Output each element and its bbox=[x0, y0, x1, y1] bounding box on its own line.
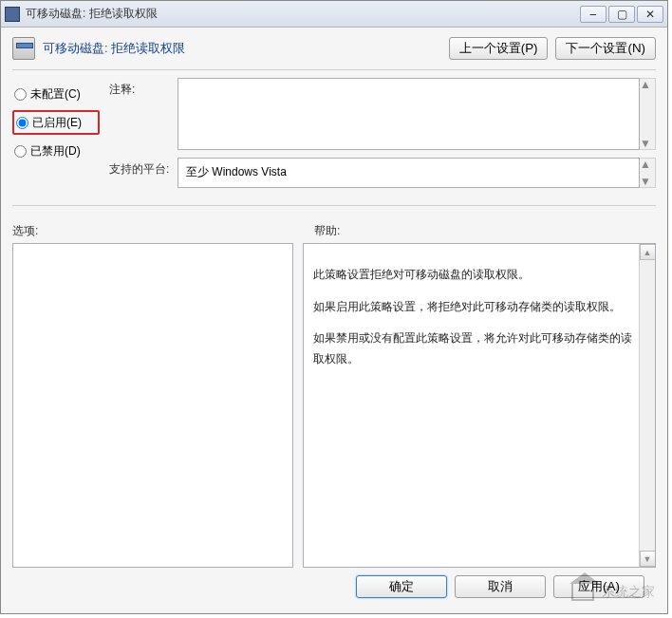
titlebar[interactable]: 可移动磁盘: 拒绝读取权限 ‒ ▢ ✕ bbox=[1, 1, 667, 28]
scroll-up-icon[interactable]: ▲ bbox=[640, 244, 656, 260]
scroll-down-icon: ▼ bbox=[640, 176, 651, 187]
app-icon bbox=[5, 7, 20, 22]
fields-column: 注释: ▲ ▼ 支持的平台: 至少 Windows Vista bbox=[109, 78, 656, 196]
comment-scrollbar[interactable]: ▲ ▼ bbox=[640, 78, 656, 150]
radio-enabled[interactable]: 已启用(E) bbox=[12, 110, 100, 135]
scroll-up-icon: ▲ bbox=[640, 79, 651, 90]
header-row: 可移动磁盘: 拒绝读取权限 上一个设置(P) 下一个设置(N) bbox=[12, 37, 656, 60]
help-scrollbar[interactable]: ▲ ▼ bbox=[639, 244, 655, 567]
ok-button[interactable]: 确定 bbox=[356, 575, 447, 598]
config-row: 未配置(C) 已启用(E) 已禁用(D) 注释: ▲ bbox=[12, 78, 656, 196]
panels-row: 此策略设置拒绝对可移动磁盘的读取权限。 如果启用此策略设置，将拒绝对此可移动存储… bbox=[12, 243, 656, 568]
help-paragraph: 如果禁用或没有配置此策略设置，将允许对此可移动存储类的读取权限。 bbox=[313, 328, 638, 369]
radio-not-configured[interactable]: 未配置(C) bbox=[12, 82, 100, 106]
radio-disabled[interactable]: 已禁用(D) bbox=[12, 139, 100, 163]
separator bbox=[12, 69, 656, 70]
separator-2 bbox=[12, 205, 656, 206]
content-area: 可移动磁盘: 拒绝读取权限 上一个设置(P) 下一个设置(N) 未配置(C) 已… bbox=[1, 28, 667, 613]
cancel-button[interactable]: 取消 bbox=[455, 575, 546, 598]
radio-disabled-input[interactable] bbox=[14, 145, 27, 158]
apply-button[interactable]: 应用(A) bbox=[553, 575, 644, 598]
radio-enabled-label: 已启用(E) bbox=[32, 115, 82, 131]
scroll-down-icon: ▼ bbox=[640, 138, 651, 149]
window-title: 可移动磁盘: 拒绝读取权限 bbox=[26, 6, 578, 22]
removable-disk-icon bbox=[12, 37, 35, 60]
minimize-button[interactable]: ‒ bbox=[580, 6, 607, 23]
close-button[interactable]: ✕ bbox=[637, 6, 663, 23]
help-text: 此策略设置拒绝对可移动磁盘的读取权限。 如果启用此策略设置，将拒绝对此可移动存储… bbox=[304, 244, 655, 567]
supported-platform-box: 至少 Windows Vista bbox=[177, 158, 640, 188]
radio-disabled-label: 已禁用(D) bbox=[30, 143, 81, 159]
panel-labels: 选项: 帮助: bbox=[12, 223, 656, 239]
next-setting-button[interactable]: 下一个设置(N) bbox=[555, 37, 656, 60]
radio-enabled-input[interactable] bbox=[16, 117, 28, 129]
options-label: 选项: bbox=[12, 223, 303, 239]
scroll-down-icon[interactable]: ▼ bbox=[640, 551, 656, 567]
comment-label: 注释: bbox=[109, 78, 177, 150]
help-paragraph: 此策略设置拒绝对可移动磁盘的读取权限。 bbox=[313, 265, 638, 286]
platform-label: 支持的平台: bbox=[109, 158, 177, 188]
radio-not-configured-input[interactable] bbox=[14, 88, 27, 101]
scroll-up-icon: ▲ bbox=[640, 159, 651, 170]
state-radio-group: 未配置(C) 已启用(E) 已禁用(D) bbox=[12, 78, 100, 196]
dialog-footer: 确定 取消 应用(A) bbox=[12, 568, 656, 606]
policy-editor-window: 可移动磁盘: 拒绝读取权限 ‒ ▢ ✕ 可移动磁盘: 拒绝读取权限 上一个设置(… bbox=[0, 0, 668, 614]
help-paragraph: 如果启用此策略设置，将拒绝对此可移动存储类的读取权限。 bbox=[313, 297, 638, 318]
help-panel: 此策略设置拒绝对可移动磁盘的读取权限。 如果启用此策略设置，将拒绝对此可移动存储… bbox=[303, 243, 656, 568]
comment-textarea[interactable] bbox=[177, 78, 640, 150]
options-panel bbox=[12, 243, 293, 568]
supported-platform-value: 至少 Windows Vista bbox=[186, 165, 287, 178]
radio-not-configured-label: 未配置(C) bbox=[30, 86, 81, 103]
policy-title: 可移动磁盘: 拒绝读取权限 bbox=[43, 40, 449, 57]
previous-setting-button[interactable]: 上一个设置(P) bbox=[449, 37, 549, 60]
help-label: 帮助: bbox=[303, 223, 656, 239]
platform-scrollbar[interactable]: ▲ ▼ bbox=[640, 158, 656, 188]
maximize-button[interactable]: ▢ bbox=[608, 6, 635, 23]
